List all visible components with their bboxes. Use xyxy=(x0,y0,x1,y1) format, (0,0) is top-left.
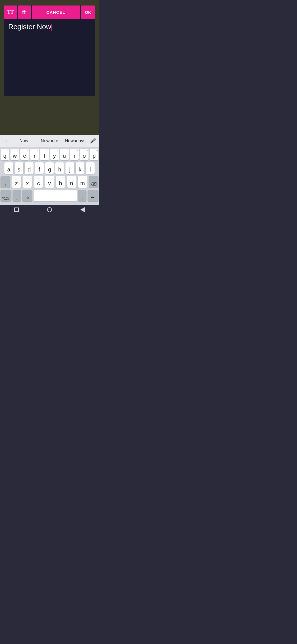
nav-home-button[interactable] xyxy=(46,206,53,214)
keyboard-area: › Now Nowhere Nowadays 🎤 1q 2w 3e 4r 5t … xyxy=(0,135,99,205)
recents-icon xyxy=(14,208,19,212)
key-s[interactable]: s xyxy=(15,162,23,174)
keyboard-row-3: ↑ z x c v b n m ⌫ xyxy=(1,176,98,188)
keyboard: 1q 2w 3e 4r 5t 6y 7u 8i 9o 0p a s d f g … xyxy=(0,147,99,205)
key-d[interactable]: d xyxy=(25,162,34,174)
key-f[interactable]: f xyxy=(35,162,44,174)
cancel-label: CANCEL xyxy=(46,10,65,15)
keyboard-row-2: a s d f g h j k l xyxy=(1,162,98,174)
key-q[interactable]: 1q xyxy=(1,149,9,160)
backspace-key[interactable]: ⌫ xyxy=(89,176,98,188)
trash-icon: 🗑 xyxy=(22,9,27,15)
space-key[interactable] xyxy=(34,190,77,201)
text-format-icon: TT xyxy=(7,9,14,15)
key-r[interactable]: 4r xyxy=(30,149,39,160)
text-underlined: Now xyxy=(37,23,51,31)
key-w[interactable]: 2w xyxy=(10,149,19,160)
key-o[interactable]: 9o xyxy=(80,149,89,160)
key-g[interactable]: g xyxy=(45,162,54,174)
key-l[interactable]: l xyxy=(86,162,95,174)
suggestion-word-3[interactable]: Nowadays xyxy=(62,137,88,144)
nav-recents-button[interactable] xyxy=(13,206,20,214)
comma-key[interactable]: , xyxy=(13,190,21,201)
key-j[interactable]: j xyxy=(65,162,74,174)
key-c[interactable]: c xyxy=(34,176,43,188)
text-cursor xyxy=(51,24,52,31)
cancel-button[interactable]: CANCEL xyxy=(32,6,80,19)
key-k[interactable]: k xyxy=(76,162,84,174)
back-icon xyxy=(80,207,85,212)
key-x[interactable]: x xyxy=(23,176,32,188)
key-v[interactable]: v xyxy=(45,176,54,188)
key-b[interactable]: b xyxy=(56,176,65,188)
editor-text: Register Now xyxy=(8,23,91,31)
key-y[interactable]: 6y xyxy=(50,149,59,160)
key-e[interactable]: 3e xyxy=(20,149,29,160)
text-format-button[interactable]: TT xyxy=(4,6,17,19)
bottom-navigation xyxy=(0,205,99,215)
editor-panel: TT 🗑 CANCEL OK Register Now xyxy=(4,6,95,96)
key-h[interactable]: h xyxy=(55,162,64,174)
key-u[interactable]: 7u xyxy=(60,149,69,160)
key-i[interactable]: 8i xyxy=(70,149,79,160)
key-t[interactable]: 5t xyxy=(40,149,49,160)
editor-toolbar: TT 🗑 CANCEL OK xyxy=(4,6,95,19)
key-m[interactable]: m xyxy=(78,176,87,188)
text-before-underline: Register xyxy=(8,23,37,31)
keyboard-row-1: 1q 2w 3e 4r 5t 6y 7u 8i 9o 0p xyxy=(1,149,98,160)
suggestion-word-2[interactable]: Nowhere xyxy=(37,137,62,144)
suggestion-expand-button[interactable]: › xyxy=(1,136,11,146)
key-n[interactable]: n xyxy=(67,176,76,188)
suggestion-bar: › Now Nowhere Nowadays 🎤 xyxy=(0,135,99,147)
ok-button[interactable]: OK xyxy=(81,6,95,19)
delete-button[interactable]: 🗑 xyxy=(18,6,31,19)
suggestion-word-1[interactable]: Now xyxy=(11,137,37,144)
numbers-key[interactable]: ?123 xyxy=(1,190,11,201)
editor-content[interactable]: Register Now xyxy=(4,19,95,68)
period-key[interactable]: . xyxy=(78,190,86,201)
shift-key[interactable]: ↑ xyxy=(1,176,10,188)
emoji-key[interactable]: ☺ xyxy=(22,190,32,201)
ok-label: OK xyxy=(85,10,91,15)
nav-back-button[interactable] xyxy=(79,206,86,214)
home-icon xyxy=(47,207,52,212)
enter-key[interactable]: ↵ xyxy=(88,190,98,201)
key-p[interactable]: 0p xyxy=(90,149,98,160)
key-z[interactable]: z xyxy=(12,176,21,188)
microphone-button[interactable]: 🎤 xyxy=(88,136,98,146)
keyboard-row-4: ?123 , ☺ . ↵ xyxy=(1,190,98,201)
key-a[interactable]: a xyxy=(4,162,13,174)
